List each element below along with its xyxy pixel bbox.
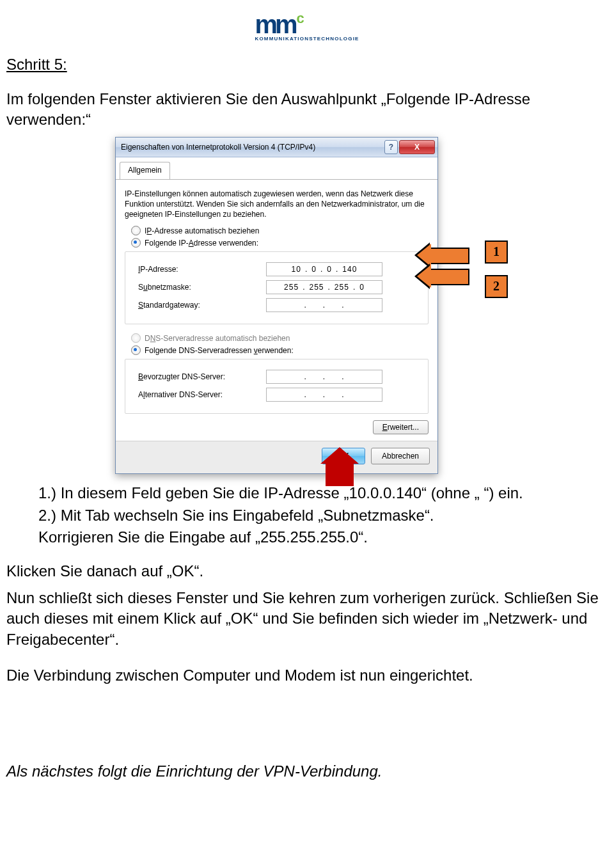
instruction-list: 1.) In diesem Feld geben Sie die IP-Adre… (6, 483, 608, 548)
footer-italic: Als nächstes folgt die Einrichtung der V… (6, 762, 608, 780)
cancel-button[interactable]: Abbrechen (371, 448, 430, 464)
list-item: 1.) In diesem Feld geben Sie die IP-Adre… (38, 483, 608, 503)
radio-ip-manual-label: Folgende IP-Adresse verwenden: (145, 239, 258, 248)
subnet-input[interactable]: 255. 255. 255. 0 (266, 280, 382, 294)
ip-label: IP-Adresse: (138, 265, 266, 274)
help-button[interactable]: ? (384, 140, 398, 154)
list-item: 2.) Mit Tab wechseln Sie ins Eingabefeld… (38, 505, 608, 526)
after-list-2: Nun schließt sich dieses Fenster und Sie… (6, 588, 608, 650)
after-list-3: Die Verbindung zwischen Computer und Mod… (6, 665, 608, 686)
radio-icon[interactable] (131, 238, 141, 248)
dialog-description: IP-Einstellungen können automatisch zuge… (125, 189, 429, 220)
step-heading: Schritt 5: (6, 56, 608, 74)
marker-1: 1 (485, 241, 508, 264)
radio-ip-auto-label: IP-Adresse automatisch beziehen (145, 226, 259, 235)
radio-icon (131, 333, 141, 343)
arrow-icon (429, 269, 469, 285)
dns2-input[interactable]: . . . (266, 388, 382, 402)
properties-dialog: Eigenschaften von Internetprotokoll Vers… (115, 137, 438, 475)
radio-ip-auto[interactable]: IP-Adresse automatisch beziehen (131, 226, 429, 235)
ok-arrow-icon (326, 463, 354, 486)
logo-sup: c (297, 10, 304, 27)
gateway-input[interactable]: . . . (266, 298, 382, 312)
dns-group: Bevorzugter DNS-Server: . . . Alternativ… (125, 359, 429, 414)
ip-group: IP-Adresse: 10. 0. 0. 140 Subnetzmaske: (125, 251, 429, 324)
radio-icon[interactable] (131, 345, 141, 355)
logo-subtitle: KOMMUNIKATIONSTECHNOLOGIE (255, 36, 359, 42)
dialog-titlebar: Eigenschaften von Internetprotokoll Vers… (116, 138, 437, 157)
radio-icon[interactable] (131, 226, 141, 235)
list-item: Korrigieren Sie die Eingabe auf „255.255… (38, 527, 608, 548)
close-button[interactable]: X (399, 140, 435, 154)
arrow-icon (429, 248, 469, 264)
ip-address-input[interactable]: 10. 0. 0. 140 (266, 262, 382, 276)
radio-dns-auto-label: DNS-Serveradresse automatisch beziehen (145, 334, 290, 343)
dialog-title: Eigenschaften von Internetprotokoll Vers… (121, 143, 383, 152)
gateway-label: Standardgateway: (138, 301, 266, 310)
logo-main: mm (255, 12, 295, 37)
radio-dns-manual-label: Folgende DNS-Serveradressen verwenden: (145, 346, 294, 355)
tab-general[interactable]: Allgemein (120, 162, 170, 179)
radio-dns-manual[interactable]: Folgende DNS-Serveradressen verwenden: (131, 345, 429, 355)
dns2-label: Alternativer DNS-Server: (138, 390, 266, 399)
after-list-1: Klicken Sie danach auf „OK“. (6, 561, 608, 581)
subnet-label: Subnetzmaske: (138, 283, 266, 292)
advanced-button[interactable]: Erweitert... (373, 420, 429, 434)
header-logo: mm c KOMMUNIKATIONSTECHNOLOGIE (0, 0, 614, 43)
dns1-label: Bevorzugter DNS-Server: (138, 372, 266, 381)
marker-2: 2 (485, 275, 508, 298)
intro-text: Im folgenden Fenster aktivieren Sie den … (6, 89, 608, 130)
dns1-input[interactable]: . . . (266, 370, 382, 384)
tab-strip: Allgemein (116, 157, 437, 180)
radio-dns-auto: DNS-Serveradresse automatisch beziehen (131, 333, 429, 343)
radio-ip-manual[interactable]: Folgende IP-Adresse verwenden: (131, 238, 429, 248)
